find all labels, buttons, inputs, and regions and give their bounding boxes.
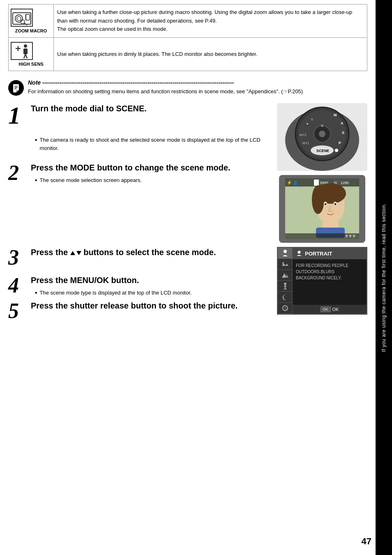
- up-arrow-icon: [70, 251, 75, 255]
- step-3: 3 Press the buttons to select the scene …: [8, 247, 271, 268]
- sport-menu-icon: [278, 281, 292, 292]
- ok-button-icon: OK: [321, 306, 331, 312]
- landscape-menu-icon: [278, 259, 292, 270]
- svg-line-12: [25, 54, 27, 58]
- step-1-number: 1: [8, 103, 31, 128]
- svg-point-57: [282, 262, 284, 264]
- night-menu-icon: [278, 292, 292, 303]
- sidebar-text: If you are using the camera for the firs…: [380, 203, 387, 352]
- note-section: Note -----------------------------------…: [8, 79, 367, 96]
- svg-text:▲: ▲: [306, 122, 309, 125]
- high-sens-description: Use when taking pictures in dimly lit pl…: [54, 38, 367, 71]
- svg-point-47: [312, 185, 324, 214]
- step-2-title: Press the MODE button to change the scen…: [31, 162, 271, 173]
- svg-point-58: [284, 283, 286, 285]
- portrait-menu-image: ? PORTRAIT FOR RECORDING PEOPLE OUTDOORS…: [277, 247, 367, 315]
- high-sens-cell: HIGH SENS: [9, 38, 54, 71]
- svg-text:⚡: ⚡: [287, 180, 292, 185]
- portrait-title-icon: [296, 250, 302, 257]
- svg-point-56: [284, 250, 287, 253]
- svg-text:P: P: [339, 141, 341, 145]
- step-1-title: Turn the mode dial to SCENE.: [31, 103, 271, 114]
- step-5: 5 Press the shutter release button to sh…: [8, 300, 271, 322]
- step-images: M A S P SCENE MY1 MY2 ▲: [277, 103, 367, 247]
- steps-3-5: ? PORTRAIT FOR RECORDING PEOPLE OUTDOORS…: [8, 247, 367, 328]
- svg-text:A: A: [341, 121, 344, 125]
- camera-dial-image: M A S P SCENE MY1 MY2 ▲: [277, 103, 367, 171]
- note-body: For information on shooting setting menu…: [28, 88, 367, 96]
- svg-point-9: [24, 44, 27, 48]
- mountain-menu-icon: [278, 270, 292, 281]
- step-2-number: 2: [8, 162, 31, 184]
- scene-modes-table: ZOOM MACRO Use when taking a further clo…: [8, 4, 367, 71]
- svg-point-1: [15, 15, 23, 22]
- zoom-macro-label: ZOOM MACRO: [11, 28, 51, 33]
- step-1-content: Turn the mode dial to SCENE.: [31, 103, 271, 117]
- note-icon: [8, 80, 24, 96]
- step-5-title: Press the shutter release button to shoo…: [31, 300, 271, 311]
- table-row: HIGH SENS Use when taking pictures in di…: [9, 38, 367, 71]
- step-4-title: Press the MENU/OK button.: [31, 275, 271, 286]
- svg-point-50: [325, 203, 327, 205]
- lcd-preview-image: ⚡ 👤 9999 N 1280: [277, 171, 367, 247]
- svg-text:MY1: MY1: [302, 141, 309, 145]
- svg-text:1280: 1280: [341, 181, 349, 185]
- svg-text:?: ?: [284, 306, 286, 311]
- menu-right-panel: PORTRAIT FOR RECORDING PEOPLE OUTDOORS.B…: [293, 248, 367, 314]
- portrait-menu-wrapper: ? PORTRAIT FOR RECORDING PEOPLE OUTDOORS…: [277, 247, 367, 315]
- zoom-macro-icon: [11, 9, 33, 27]
- steps-with-images: M A S P SCENE MY1 MY2 ▲: [8, 103, 367, 247]
- svg-text:S: S: [342, 131, 344, 135]
- note-content: Note -----------------------------------…: [28, 79, 367, 96]
- zoom-macro-description: Use when taking a further close-up pictu…: [54, 5, 367, 38]
- menu-icons-column: ?: [278, 248, 293, 314]
- svg-text:MY2: MY2: [300, 133, 307, 137]
- menu-title: PORTRAIT: [293, 248, 367, 259]
- other-menu-icon: ?: [278, 303, 292, 314]
- step-4-bullet: The scene mode type is displayed at the …: [35, 289, 271, 297]
- svg-point-61: [298, 251, 301, 254]
- table-row: ZOOM MACRO Use when taking a further clo…: [9, 5, 367, 38]
- zoom-macro-cell: ZOOM MACRO: [9, 5, 54, 38]
- step-3-content: Press the buttons to select the scene mo…: [31, 247, 271, 261]
- svg-text:⊙: ⊙: [311, 117, 314, 121]
- step-5-number: 5: [8, 300, 31, 322]
- svg-text:👤: 👤: [293, 180, 298, 185]
- svg-point-32: [319, 131, 325, 137]
- svg-point-33: [321, 124, 323, 127]
- high-sens-icon: [11, 42, 33, 60]
- note-title: Note -----------------------------------…: [28, 79, 367, 86]
- high-sens-label: HIGH SENS: [11, 62, 51, 67]
- svg-text:M: M: [334, 113, 337, 117]
- svg-rect-10: [23, 48, 28, 54]
- svg-rect-39: [314, 180, 319, 186]
- menu-description-text: FOR RECORDING PEOPLE OUTDOORS.BLURS BACK…: [293, 259, 367, 305]
- step-5-content: Press the shutter release button to shoo…: [31, 300, 271, 314]
- step-4-content: Press the MENU/OK button. The scene mode…: [31, 275, 271, 297]
- step-2: 2 Press the MODE button to change the sc…: [8, 162, 271, 184]
- svg-point-51: [334, 203, 337, 205]
- step-1: 1 Turn the mode dial to SCENE.: [8, 103, 271, 128]
- step-2-content: Press the MODE button to change the scen…: [31, 162, 271, 184]
- step-2-bullet: The scene mode selection screen appears.: [35, 176, 271, 184]
- right-sidebar: If you are using the camera for the firs…: [376, 0, 392, 555]
- step-3-number: 3: [8, 247, 31, 268]
- step-1-bullet-text: The camera is ready to shoot and the sel…: [35, 136, 271, 152]
- menu-ok-bar: OK OK: [293, 305, 367, 314]
- step-4: 4 Press the MENU/OK button. The scene mo…: [8, 275, 271, 297]
- down-arrow-icon: [76, 251, 81, 255]
- svg-text:⛛⛛⛛: ⛛⛛⛛: [345, 234, 356, 238]
- svg-point-2: [17, 16, 21, 21]
- svg-text:SCENE: SCENE: [316, 149, 329, 153]
- step-4-number: 4: [8, 275, 31, 296]
- svg-point-26: [335, 149, 338, 152]
- page-number: 47: [362, 536, 371, 547]
- step-3-title: Press the buttons to select the scene mo…: [31, 247, 271, 258]
- arrow-buttons: [70, 251, 81, 255]
- portrait-menu-icon: [278, 248, 292, 259]
